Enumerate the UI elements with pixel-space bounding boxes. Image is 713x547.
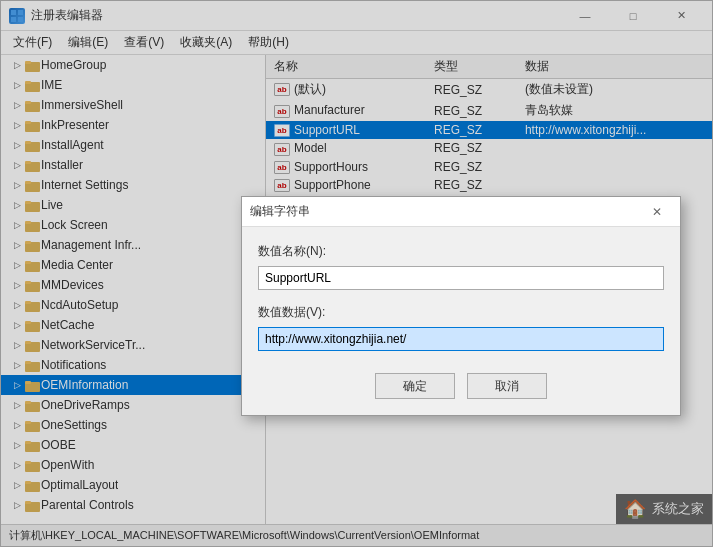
- main-window: 注册表编辑器 — □ ✕ 文件(F) 编辑(E) 查看(V) 收藏夹(A) 帮助…: [0, 0, 713, 547]
- dialog-overlay: 编辑字符串 ✕ 数值名称(N): 数值数据(V): 确定 取消: [1, 1, 712, 546]
- data-label: 数值数据(V):: [258, 304, 664, 321]
- ok-button[interactable]: 确定: [375, 373, 455, 399]
- dialog-body: 数值名称(N): 数值数据(V): 确定 取消: [242, 227, 680, 415]
- name-input[interactable]: [258, 266, 664, 290]
- cancel-button[interactable]: 取消: [467, 373, 547, 399]
- name-label: 数值名称(N):: [258, 243, 664, 260]
- dialog-title: 编辑字符串: [250, 203, 642, 220]
- edit-string-dialog: 编辑字符串 ✕ 数值名称(N): 数值数据(V): 确定 取消: [241, 196, 681, 416]
- dialog-buttons: 确定 取消: [258, 373, 664, 399]
- data-input[interactable]: [258, 327, 664, 351]
- dialog-close-button[interactable]: ✕: [642, 200, 672, 224]
- dialog-title-bar: 编辑字符串 ✕: [242, 197, 680, 227]
